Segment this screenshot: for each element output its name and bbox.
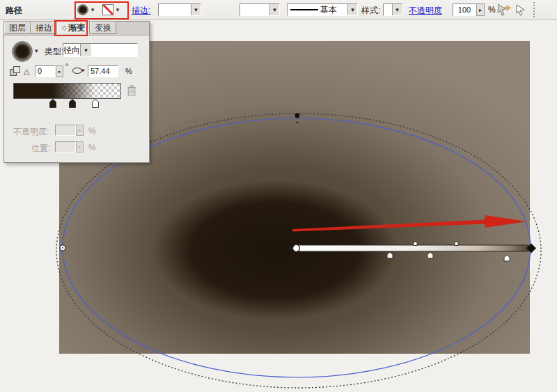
gradient-stop[interactable] xyxy=(92,99,99,108)
chevron-down-icon[interactable]: ▾ xyxy=(35,47,38,54)
chevron-down-icon[interactable]: ▾ xyxy=(80,44,91,56)
opacity-link[interactable]: 不透明度 xyxy=(409,5,442,17)
fill-color-well[interactable]: ▾ xyxy=(77,3,96,16)
toolbar-grip[interactable] xyxy=(533,2,538,17)
gradient-preview-swatch[interactable] xyxy=(12,41,33,62)
ellipse-ratio-icon: ▸ xyxy=(72,67,86,75)
tab-label: 渐变 xyxy=(68,22,85,34)
line-style-value: 基本 xyxy=(318,4,347,16)
tab-label: 变换 xyxy=(95,22,111,34)
gradient-ramp-preview[interactable] xyxy=(13,83,121,99)
gradient-panel-body: ▾ 类型: 径向 ▾ △ 0 ▸ ° ▸ 57.44 % xyxy=(4,35,149,162)
style-select[interactable]: ▾ xyxy=(383,3,402,16)
stroke-tip-select[interactable]: ▾ xyxy=(240,3,280,16)
diamond-icon: ◇ xyxy=(62,24,67,31)
application-window: 路径 ▾ ▾ 描边: ▾ ▾ 基本 ▾ 样式: ▾ 不透明度 100 xyxy=(0,0,557,392)
ellipse-shape xyxy=(72,68,82,74)
gradient-stop[interactable] xyxy=(49,99,56,108)
no-color-swatch-icon xyxy=(102,4,113,15)
panel-tab-bar: 图层 描边 ◇ 渐变 变换 xyxy=(4,22,149,36)
stop-opacity-percent: % xyxy=(88,126,96,136)
gradient-stop[interactable] xyxy=(69,99,76,108)
texture-icon[interactable] xyxy=(10,66,20,76)
fill-panel: 图层 描边 ◇ 渐变 变换 ▾ 类型: 径向 ▾ △ 0 ▸ xyxy=(3,21,150,163)
angle-icon: △ xyxy=(24,67,29,76)
stroke-color-well[interactable]: ▾ xyxy=(102,3,121,16)
style-label: 样式: xyxy=(361,5,380,17)
ratio-percent-label: % xyxy=(125,67,132,75)
opacity-input[interactable]: 100 xyxy=(453,3,476,16)
tab-layers[interactable]: 图层 xyxy=(4,22,31,34)
chevron-down-icon[interactable]: ▾ xyxy=(191,4,201,15)
gradient-angle-input[interactable]: 0 xyxy=(35,65,56,77)
tab-label: 描边 xyxy=(36,22,52,34)
stop-position-input xyxy=(55,141,76,152)
property-toolbar: 路径 ▾ ▾ 描边: ▾ ▾ 基本 ▾ 样式: ▾ 不透明度 100 xyxy=(0,0,557,20)
degree-symbol: ° xyxy=(65,63,68,70)
pointer-icon[interactable] xyxy=(515,3,527,16)
stroke-options-link[interactable]: 描边: xyxy=(132,5,150,17)
stop-position-slider-button: ▸ xyxy=(76,141,84,152)
chevron-down-icon: ▾ xyxy=(89,6,96,13)
tab-label: 图层 xyxy=(9,22,26,34)
gradient-type-select[interactable]: 径向 ▾ xyxy=(63,43,138,57)
stop-position-label: 位置: xyxy=(31,143,50,155)
chevron-down-icon[interactable]: ▾ xyxy=(392,4,402,15)
gradient-stops-row xyxy=(13,99,121,109)
gradient-type-label: 类型: xyxy=(45,46,63,58)
tab-transform[interactable]: 变换 xyxy=(90,22,116,34)
line-style-select[interactable]: 基本 ▾ xyxy=(287,3,358,16)
stop-opacity-slider-button: ▸ xyxy=(76,125,84,136)
stop-opacity-label: 不透明度: xyxy=(13,126,49,138)
angle-slider-button[interactable]: ▸ xyxy=(56,65,63,77)
opacity-slider-button[interactable]: ▸ xyxy=(476,3,485,16)
stop-position-percent: % xyxy=(88,143,96,152)
chevron-down-icon[interactable]: ▾ xyxy=(347,4,357,15)
chevron-down-icon[interactable]: ▾ xyxy=(269,4,279,15)
chevron-down-icon: ▾ xyxy=(114,6,121,13)
gradient-type-value: 径向 xyxy=(63,45,80,56)
opacity-percent-label: % xyxy=(488,5,496,15)
tab-gradient[interactable]: ◇ 渐变 xyxy=(57,22,90,34)
stop-opacity-input xyxy=(55,125,76,136)
ellipse-tip-arrow: ▸ xyxy=(82,67,85,73)
trash-icon[interactable] xyxy=(127,85,136,96)
tab-stroke[interactable]: 描边 xyxy=(31,22,57,34)
stroke-category-select[interactable]: ▾ xyxy=(158,3,201,16)
fill-gradient-swatch-icon xyxy=(77,4,88,15)
stroke-preview-line xyxy=(290,9,318,10)
ellipse-ratio-input[interactable]: 57.44 xyxy=(88,65,118,77)
selection-type-label: 路径 xyxy=(6,5,22,17)
effects-wand-icon[interactable] xyxy=(497,3,511,16)
